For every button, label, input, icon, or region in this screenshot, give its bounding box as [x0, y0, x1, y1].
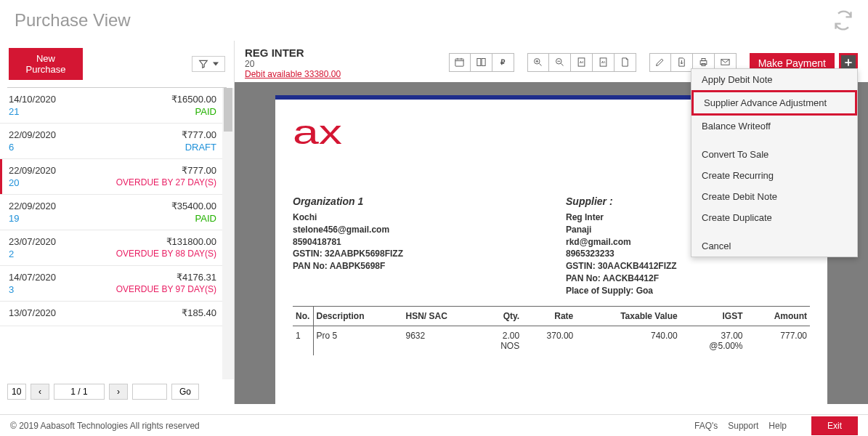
org-line: stelone456@gmail.com — [293, 224, 537, 236]
chevron-down-icon — [213, 61, 219, 67]
entry-date: 22/09/2020 — [9, 129, 56, 140]
support-link[interactable]: Support — [728, 421, 758, 431]
entry-date: 14/07/2020 — [9, 272, 56, 283]
page-icon[interactable] — [615, 53, 636, 72]
entry-number[interactable]: 20 — [9, 177, 19, 188]
list-item[interactable]: 14/10/2020₹16500.00 21PAID — [0, 88, 234, 124]
next-page-button[interactable]: › — [109, 384, 128, 400]
entry-number[interactable]: 3 — [9, 284, 14, 295]
entry-status: PAID — [195, 106, 216, 117]
format-a5-icon[interactable]: A5 — [593, 53, 615, 72]
help-link[interactable]: Help — [768, 421, 787, 431]
list-item[interactable]: 22/09/2020₹777.00 6DRAFT — [0, 124, 234, 159]
entry-status: DRAFT — [185, 142, 216, 153]
entry-date: 22/09/2020 — [9, 201, 56, 211]
menu-balance-writeoff[interactable]: Balance Writeoff — [691, 116, 857, 137]
entry-date: 14/10/2020 — [9, 94, 56, 105]
col-rate: Rate — [522, 306, 576, 326]
entry-amount: ₹777.00 — [182, 129, 216, 140]
zoom-in-icon[interactable] — [527, 53, 549, 72]
refresh-icon[interactable] — [833, 10, 853, 31]
faq-link[interactable]: FAQ's — [694, 421, 718, 431]
purchase-list: 14/10/2020₹16500.00 21PAID22/09/2020₹777… — [0, 88, 234, 379]
col-qty: Qty. — [482, 306, 522, 326]
table-row: 1 Pro 5 9632 2.00NOS 370.00 740.00 37.00… — [293, 326, 810, 355]
menu-apply-debit[interactable]: Apply Debit Note — [691, 69, 857, 90]
svg-rect-2 — [482, 59, 485, 66]
svg-rect-11 — [702, 59, 705, 61]
entry-date: 13/07/2020 — [9, 307, 56, 318]
svg-rect-1 — [477, 59, 481, 66]
svg-text:A4: A4 — [580, 60, 584, 64]
menu-create-recurring[interactable]: Create Recurring — [691, 165, 857, 186]
list-item[interactable]: 13/07/2020₹185.40 — [0, 302, 234, 326]
entry-number[interactable]: 21 — [9, 106, 19, 117]
entry-number[interactable]: 6 — [9, 142, 14, 153]
org-line: GSTIN: 32AABPK5698FIZZ — [293, 248, 537, 260]
debit-link[interactable]: Debit available 33380.00 — [245, 69, 341, 79]
entry-status: OVERDUE BY 97 DAY(S) — [116, 284, 216, 295]
entry-status: OVERDUE BY 88 DAY(S) — [116, 249, 216, 259]
entry-number[interactable]: 19 — [9, 213, 19, 224]
page-title: Purchase View — [15, 10, 131, 31]
goto-input[interactable] — [132, 384, 167, 400]
list-item[interactable]: 22/09/2020₹777.00 20OVERDUE BY 27 DAY(S) — [0, 159, 234, 195]
pager: 10 ‹ › Go — [0, 379, 234, 404]
detail-sub: 20 — [245, 59, 341, 69]
footer: © 2019 Aabasoft Technologies All rights … — [0, 414, 868, 436]
entry-status: OVERDUE BY 27 DAY(S) — [116, 177, 216, 188]
copyright: © 2019 Aabasoft Technologies All rights … — [10, 421, 200, 431]
new-purchase-button[interactable]: New Purchase — [9, 48, 83, 80]
entry-amount: ₹4176.31 — [177, 272, 216, 283]
page-input[interactable] — [54, 384, 105, 400]
filter-button[interactable] — [192, 56, 225, 72]
col-tax: Taxable Value — [576, 306, 680, 326]
menu-cancel[interactable]: Cancel — [691, 235, 857, 257]
org-line: 8590418781 — [293, 236, 537, 249]
entry-date: 23/07/2020 — [9, 236, 56, 247]
edit-icon[interactable] — [649, 53, 671, 72]
entry-date: 22/09/2020 — [9, 165, 56, 176]
menu-supplier-advance[interactable]: Supplier Advance Adjustment — [691, 90, 857, 116]
org-line: PAN No: AABPK5698F — [293, 260, 537, 272]
zoom-out-icon[interactable] — [549, 53, 571, 72]
calendar-icon[interactable] — [449, 53, 471, 72]
supplier-line: GSTIN: 30AACKB4412FIZZ — [566, 260, 810, 272]
detail-panel: REG INTER 20 Debit available 33380.00 ₽ … — [235, 41, 868, 404]
entry-amount: ₹16500.00 — [171, 94, 216, 105]
entry-amount: ₹35400.00 — [171, 201, 216, 211]
entry-amount: ₹185.40 — [182, 307, 216, 318]
col-amt: Amount — [746, 306, 810, 326]
page-size-select[interactable]: 10 — [7, 384, 26, 400]
org-line: Kochi — [293, 211, 537, 224]
col-desc: Description — [313, 306, 403, 326]
exit-button[interactable]: Exit — [811, 416, 858, 435]
col-no: No. — [293, 306, 313, 326]
list-item[interactable]: 22/09/2020₹35400.00 19PAID — [0, 195, 234, 230]
org-title: Organization 1 — [293, 195, 537, 207]
menu-create-debit[interactable]: Create Debit Note — [691, 186, 857, 207]
detail-title: REG INTER — [245, 47, 341, 59]
go-button[interactable]: Go — [171, 384, 199, 400]
entry-number[interactable]: 2 — [9, 249, 14, 259]
prev-page-button[interactable]: ‹ — [31, 384, 49, 400]
svg-text:A5: A5 — [601, 60, 606, 64]
list-item[interactable]: 14/07/2020₹4176.31 3OVERDUE BY 97 DAY(S) — [0, 266, 234, 302]
supplier-line: PAN No: AACKB4412F — [566, 272, 810, 285]
list-icon[interactable] — [471, 53, 492, 72]
scrollbar[interactable] — [222, 88, 234, 379]
pdf-icon[interactable] — [671, 53, 693, 72]
actions-menu: Apply Debit Note Supplier Advance Adjust… — [691, 68, 858, 257]
entry-status: PAID — [195, 213, 216, 224]
svg-rect-0 — [455, 59, 463, 66]
list-item[interactable]: 23/07/2020₹131800.00 2OVERDUE BY 88 DAY(… — [0, 230, 234, 266]
svg-rect-10 — [700, 61, 707, 65]
format-a4-icon[interactable]: A4 — [571, 53, 593, 72]
entry-amount: ₹131800.00 — [166, 236, 216, 247]
menu-convert-sale[interactable]: Convert To Sale — [691, 144, 857, 165]
svg-text:₽: ₽ — [500, 58, 505, 66]
entry-amount: ₹777.00 — [182, 165, 216, 176]
col-igst: IGST — [681, 306, 746, 326]
rupee-icon[interactable]: ₽ — [492, 53, 514, 72]
menu-create-duplicate[interactable]: Create Duplicate — [691, 207, 857, 228]
